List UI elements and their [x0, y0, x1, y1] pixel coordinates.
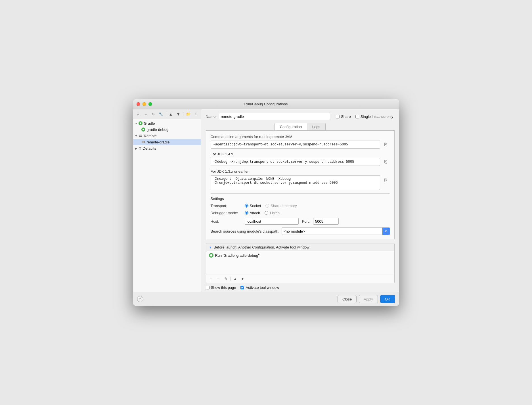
before-launch-list: Run 'Gradle 'gradle-debug'' [206, 251, 394, 274]
jdk13-label: For JDK 1.3.x or earlier [211, 169, 390, 174]
launch-item-0: Run 'Gradle 'gradle-debug'' [209, 253, 391, 258]
titlebar-buttons [137, 102, 152, 106]
toolbar-sep-1 [166, 112, 166, 116]
maximize-window-btn[interactable] [148, 102, 152, 106]
launch-item-icon [209, 253, 213, 258]
socket-label: Socket [250, 204, 261, 208]
minus-icon: − [144, 112, 147, 116]
module-select-wrapper: <no module> ▼ [282, 227, 390, 235]
single-instance-checkbox-label[interactable]: Single instance only [355, 114, 393, 119]
jvm-field[interactable] [211, 141, 380, 149]
tree-toolbar: + − ⊕ 🔧 ▲ ▼ � [133, 109, 201, 119]
host-label-static: Host: [211, 219, 245, 224]
settings-section: Settings Transport: Socket Shared memory [211, 193, 390, 235]
show-page-checkbox[interactable] [206, 286, 210, 289]
titlebar: Run/Debug Configurations [133, 99, 399, 109]
tree-item-remote-gradle[interactable]: remote-gradle [133, 139, 201, 145]
shared-memory-radio-label[interactable]: Shared memory [265, 204, 297, 208]
before-launch-toolbar: + − ✎ ▲ ▼ [206, 274, 394, 283]
module-select[interactable]: <no module> [282, 227, 390, 235]
ok-button[interactable]: OK [380, 295, 395, 303]
single-instance-checkbox[interactable] [355, 115, 359, 118]
add-config-btn[interactable]: + [135, 111, 142, 117]
tree-item-defaults[interactable]: ▶ ⚙ Defaults [133, 145, 201, 151]
single-instance-label: Single instance only [361, 114, 393, 119]
run-debug-dialog: Run/Debug Configurations + − ⊕ 🔧 ▲ [133, 99, 399, 306]
copy-jdk13-icon: ⎘ [384, 178, 387, 183]
before-launch-remove-btn[interactable]: − [215, 275, 222, 282]
copy-jdk14-icon: ⎘ [384, 159, 387, 164]
tree-item-gradle-debug[interactable]: gradle-debug [133, 126, 201, 133]
config-tree: ▼ Gradle gradle-debug ▼ [133, 119, 201, 292]
tab-logs[interactable]: Logs [307, 123, 326, 131]
before-launch-add-btn[interactable]: + [208, 275, 215, 282]
minimize-window-btn[interactable] [143, 102, 146, 106]
close-button[interactable]: Close [338, 295, 357, 303]
footer-right: Close Apply OK [338, 295, 395, 303]
before-launch-edit-btn[interactable]: ✎ [223, 275, 229, 282]
before-launch-down-btn[interactable]: ▼ [239, 275, 246, 282]
host-port-row: Host: Port: [211, 218, 390, 225]
help-button[interactable]: ? [137, 296, 143, 302]
tree-arrow-gradle: ▼ [134, 121, 138, 125]
sort-btn[interactable]: ↕ [192, 111, 199, 117]
socket-radio-label[interactable]: Socket [245, 204, 261, 208]
left-panel: + − ⊕ 🔧 ▲ ▼ � [133, 109, 201, 292]
shared-memory-radio[interactable] [265, 204, 269, 208]
attach-radio-label[interactable]: Attach [245, 211, 260, 215]
jdk14-field[interactable] [211, 158, 380, 166]
apply-button[interactable]: Apply [359, 295, 378, 303]
share-checkbox[interactable] [336, 115, 340, 118]
jdk13-field[interactable]: -Xnoagent -Djava.compiler=NONE -Xdebug -… [211, 175, 380, 190]
bl-sep [231, 277, 231, 281]
listen-radio[interactable] [265, 211, 268, 215]
share-checkbox-label[interactable]: Share [336, 114, 351, 119]
copy-jvm-btn[interactable]: ⎘ [382, 141, 390, 149]
attach-radio[interactable] [245, 211, 248, 215]
edit-config-btn[interactable]: 🔧 [158, 111, 164, 117]
show-page-text: Show this page [211, 285, 236, 290]
tree-item-remote-group[interactable]: ▼ Remote [133, 133, 201, 139]
name-label: Name: [206, 114, 217, 119]
bl-remove-icon: − [217, 277, 220, 281]
gradle-group-label: Gradle [144, 121, 155, 126]
gradle-debug-label: gradle-debug [147, 128, 169, 132]
remote-gradle-icon [141, 140, 146, 144]
tree-item-gradle-group[interactable]: ▼ Gradle [133, 120, 201, 126]
footer-left: ? [137, 296, 143, 302]
move-down-btn[interactable]: ▼ [175, 111, 182, 117]
help-icon: ? [139, 297, 141, 301]
jdk14-label: For JDK 1.4.x [211, 152, 390, 156]
copy-jdk14-btn[interactable]: ⎘ [382, 158, 390, 166]
activate-window-checkbox[interactable] [240, 286, 244, 289]
socket-radio[interactable] [245, 204, 248, 208]
launch-item-icon-inner [210, 254, 212, 256]
before-launch-up-btn[interactable]: ▲ [232, 275, 239, 282]
close-window-btn[interactable] [137, 102, 140, 106]
copy-config-btn[interactable]: ⊕ [150, 111, 157, 117]
down-arrow-icon: ▼ [176, 112, 180, 116]
name-input[interactable] [219, 113, 330, 120]
activate-window-label[interactable]: Activate tool window [240, 285, 279, 290]
defaults-icon: ⚙ [138, 146, 142, 151]
copy-jdk13-btn[interactable]: ⎘ [382, 176, 390, 184]
tab-configuration[interactable]: Configuration [275, 123, 307, 131]
gradle-group-icon [138, 121, 143, 126]
debugger-radio-group: Attach Listen [245, 211, 280, 215]
tabs-bar: Configuration Logs [206, 123, 395, 131]
config-panel: Command line arguments for running remot… [206, 130, 395, 239]
host-input[interactable] [245, 218, 299, 225]
before-launch-toggle[interactable]: ▼ [209, 246, 212, 249]
remote-gradle-label: remote-gradle [147, 140, 170, 144]
listen-radio-label[interactable]: Listen [265, 211, 280, 215]
port-input[interactable] [313, 218, 339, 225]
move-up-btn[interactable]: ▲ [167, 111, 174, 117]
share-label: Share [341, 114, 351, 119]
svg-point-3 [143, 129, 144, 130]
show-page-label[interactable]: Show this page [206, 285, 236, 290]
folder-btn[interactable]: 📁 [185, 111, 192, 117]
remove-config-btn[interactable]: − [142, 111, 149, 117]
plus-icon: + [137, 112, 139, 116]
bl-down-icon: ▼ [241, 277, 244, 281]
before-launch-header: ▼ Before launch: Another Configuration, … [206, 243, 394, 251]
